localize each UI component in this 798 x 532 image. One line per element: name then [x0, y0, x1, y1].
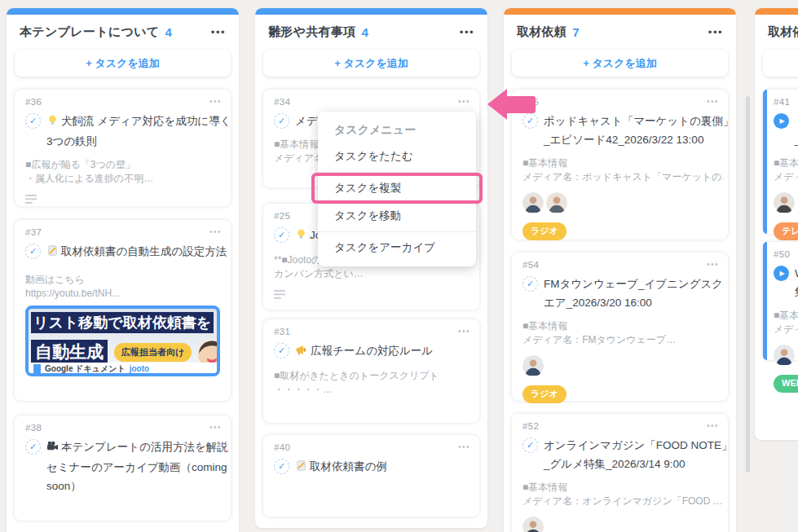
task-card[interactable]: #55 ••• ✓ ポッドキャスト「マーケットの裏側」 _エピソード42_202… [512, 90, 728, 240]
card-menu-icon[interactable]: ••• [707, 97, 719, 106]
column-header: 本テンプレートについて 4 ••• [7, 15, 239, 45]
menu-title: タスクメニュー [318, 117, 476, 143]
assignee-avatars [522, 192, 723, 213]
menu-item-collapse-task[interactable]: タスクをたたむ [318, 143, 476, 170]
assignee-avatars [774, 345, 798, 366]
task-description: ■基本情報 メディア名：FMタウンウェーブ… [522, 319, 723, 346]
column-header: 取材依頼 7 ••• [504, 15, 736, 45]
task-number: #38 [25, 423, 226, 433]
task-check-icon[interactable]: ✓ [522, 276, 538, 292]
video-thumbnail[interactable]: リスト移動で取材依頼書を 自動生成 広報担当者向け Google ドキュメント … [25, 306, 220, 376]
task-card[interactable]: #40 ••• ✓ 取材依頼書の例 [263, 435, 479, 517]
column-about-template: 本テンプレートについて 4 ••• + タスクを追加 #36 ••• ✓ 犬飼流… [7, 8, 239, 532]
task-card[interactable]: #36 ••• ✓ 犬飼流 メディア対応を成功に導く 3つの鉄則 ■広報が陥る「… [15, 90, 231, 206]
annotation-arrow [487, 88, 536, 121]
column-more-icon[interactable]: ••• [708, 29, 723, 37]
column-header: 雛形や共有事項 4 ••• [255, 15, 487, 45]
task-number: #50 [774, 249, 798, 259]
brand-text-left: Google ドキュメント [45, 363, 126, 373]
task-title: 広報チームの対応ルール [295, 341, 433, 362]
column-more-icon[interactable]: ••• [211, 29, 226, 37]
card-menu-icon[interactable]: ••• [707, 421, 719, 430]
task-check-icon[interactable]: ✓ [25, 244, 41, 259]
task-title: FMタウンウェーブ_イブニングスク エア_2026/3/20 16:00 [544, 275, 723, 312]
column-task-count: 4 [361, 25, 368, 39]
task-check-icon[interactable]: ✓ [25, 113, 41, 129]
column-color-bar [504, 8, 736, 15]
task-card[interactable]: #54 ••• ✓ FMタウンウェーブ_イブニングスク エア_2026/3/20… [512, 253, 728, 401]
label-badge: テレビ取材 [774, 222, 798, 240]
label-badge: WEBメディア [774, 375, 798, 393]
card-menu-icon[interactable]: ••• [458, 327, 470, 336]
task-description: ■基本情報 メディア名：ポッドキャスト「マーケットの裏… [522, 156, 723, 183]
column-templates-shared: 雛形や共有事項 4 ••• + タスクを追加 #34 ••• ✓ メディ ■基本… [255, 8, 487, 528]
thumbnail-brand-strip: Google ドキュメント jooto [29, 363, 217, 373]
add-task-button[interactable]: + タスクを追加 [263, 50, 479, 77]
column-more-icon[interactable]: ••• [460, 29, 474, 37]
task-check-icon[interactable]: ✓ [274, 227, 289, 243]
task-number: #54 [522, 260, 723, 270]
task-card[interactable]: #31 ••• ✓ 広報チームの対応ルール ■取材がきたときのトークスクリプト … [263, 319, 479, 423]
task-number: #34 [274, 97, 474, 107]
task-number: #36 [25, 97, 226, 107]
menu-item-duplicate-task[interactable]: タスクを複製 [318, 174, 476, 202]
memo-emoji-icon [295, 459, 307, 477]
card-menu-icon[interactable]: ••• [209, 97, 222, 106]
task-number: #41 [774, 97, 798, 107]
task-number: #55 [522, 97, 723, 107]
menu-item-archive-task[interactable]: タスクをアーカイブ [318, 234, 476, 262]
task-check-icon[interactable]: ✓ [25, 439, 41, 455]
lightbulb-emoji-icon [46, 113, 59, 132]
task-number: #37 [25, 227, 226, 237]
google-docs-icon [33, 364, 41, 373]
add-task-button[interactable]: + タスクを追加 [15, 50, 231, 77]
task-in-progress-icon[interactable]: ▶ [774, 266, 789, 281]
avatar [774, 345, 795, 366]
thumbnail-speech-bubble: 広報担当者向け [114, 343, 192, 362]
assignee-avatars [522, 355, 723, 376]
card-menu-icon[interactable]: ••• [458, 442, 470, 451]
task-description: ■基本情報 メディア名 [774, 309, 798, 336]
task-card[interactable]: #52 ••• ✓ オンラインマガジン「FOOD NOTE」 _グルメ特集_20… [512, 414, 728, 532]
checklist-icon [274, 288, 474, 303]
task-title: 本テンプレートの活用方法を解説 セミナーのアーカイブ動画（coming soon… [46, 437, 228, 495]
task-context-menu: タスクメニュー タスクをたたむ タスクを複製 タスクを移動 タスクをアーカイブ [318, 112, 476, 266]
task-check-icon[interactable]: ✓ [274, 459, 289, 474]
memo-emoji-icon [46, 244, 59, 262]
card-menu-icon[interactable]: ••• [209, 227, 222, 236]
column-color-bar [7, 8, 239, 15]
column-title: 雛形や共有事項 [268, 24, 355, 40]
card-menu-icon[interactable]: ••• [707, 260, 719, 269]
thumbnail-headline2: 自動生成 [31, 340, 108, 364]
add-task-button[interactable]: + タスクを追加 [763, 50, 798, 77]
assignee-avatars [774, 192, 798, 213]
column-color-bar [255, 8, 487, 15]
task-in-progress-icon[interactable]: ▶ [774, 113, 789, 129]
column-interview-requests: 取材依頼 7 ••• + タスクを追加 #55 ••• ✓ ポッドキャスト「マー… [504, 8, 736, 532]
task-description: ■広報が陥る「3つの壁」 ・属人化による進捗の不明… [25, 158, 226, 185]
movie-camera-emoji-icon [46, 439, 59, 458]
menu-item-move-task[interactable]: タスクを移動 [318, 202, 476, 230]
task-description: ■取材がきたときのトークスクリプト ・・・・・… [274, 369, 474, 396]
avatar [522, 355, 544, 376]
task-card[interactable]: #41 ••• ▶ ト _2 ■基本情報 メディア名 テレビ取材 [763, 90, 798, 234]
checklist-icon [25, 193, 226, 208]
task-description: ■基本情報 メディア名 [774, 156, 798, 183]
task-card[interactable]: #38 ••• ✓ 本テンプレートの活用方法を解説 セミナーのアーカイブ動画（c… [15, 415, 231, 521]
column-task-count: 7 [572, 25, 579, 39]
column-scrollbar[interactable] [746, 96, 750, 473]
column-title: 取材依頼 [517, 24, 567, 40]
task-check-icon[interactable]: ✓ [274, 343, 289, 358]
column-interview-requests-2: 取材依頼 ••• + タスクを追加 #41 ••• ▶ ト _2 ■基本情報 メ… [755, 8, 798, 440]
task-check-icon[interactable]: ✓ [274, 113, 289, 129]
task-card[interactable]: #37 ••• ✓ 取材依頼書の自動生成の設定方法 動画はこちら https:/… [15, 220, 231, 401]
megaphone-emoji-icon [295, 343, 308, 362]
task-card[interactable]: #50 ••• ▶ W 集 ■基本情報 メディア名 WEBメディア [763, 242, 798, 360]
card-menu-icon[interactable]: ••• [458, 97, 470, 106]
task-title: 犬飼流 メディア対応を成功に導く 3つの鉄則 [46, 112, 231, 151]
task-description: 動画はこちら https://youtu.be/tNH... [25, 273, 226, 300]
task-check-icon[interactable]: ✓ [522, 437, 538, 453]
thumbnail-headline: リスト移動で取材依頼書を [31, 312, 214, 333]
add-task-button[interactable]: + タスクを追加 [512, 50, 728, 77]
card-menu-icon[interactable]: ••• [209, 423, 222, 432]
